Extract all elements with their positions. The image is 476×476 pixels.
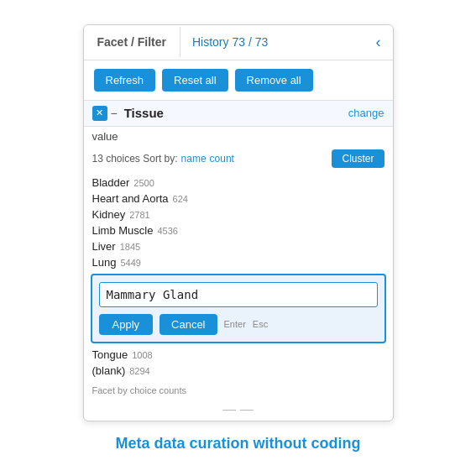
cancel-hint: Esc bbox=[253, 319, 268, 329]
choice-list-top: Bladder 2500 Heart and Aorta 624 Kidney … bbox=[84, 173, 393, 270]
choice-count: 1845 bbox=[120, 242, 140, 252]
choice-name: Bladder bbox=[92, 176, 130, 189]
sort-by-count-link[interactable]: count bbox=[210, 153, 234, 165]
choice-count: 1008 bbox=[132, 350, 152, 360]
choices-count-label: 13 choices Sort by: bbox=[92, 153, 178, 165]
facet-footer: Facet by choice counts bbox=[84, 382, 393, 402]
scroll-indicator: ― ― bbox=[84, 402, 393, 421]
choice-item-limb-muscle[interactable]: Limb Muscle 4536 bbox=[92, 222, 384, 238]
facet-title: Tissue bbox=[124, 106, 348, 120]
mammary-gland-input[interactable] bbox=[99, 282, 378, 307]
choice-count: 624 bbox=[173, 194, 188, 204]
choice-item-blank[interactable]: (blank) 8294 bbox=[92, 363, 384, 379]
sort-row: 13 choices Sort by: name count Cluster bbox=[84, 146, 393, 173]
apply-hint: Enter bbox=[224, 319, 246, 329]
facet-x-button[interactable]: ✕ bbox=[92, 106, 107, 121]
toolbar: Refresh Reset all Remove all bbox=[84, 60, 393, 100]
choice-list-bottom: Tongue 1008 (blank) 8294 bbox=[84, 347, 393, 382]
change-link[interactable]: change bbox=[348, 107, 384, 119]
choice-item-tongue[interactable]: Tongue 1008 bbox=[92, 347, 384, 363]
choice-name: Tongue bbox=[92, 348, 128, 361]
choice-name: Liver bbox=[92, 240, 116, 253]
choice-name: (blank) bbox=[92, 364, 126, 377]
choice-count: 8294 bbox=[129, 366, 149, 376]
reset-all-button[interactable]: Reset all bbox=[162, 69, 228, 92]
chevron-icon[interactable]: ‹ bbox=[376, 34, 381, 51]
choice-count: 5449 bbox=[120, 258, 140, 268]
facet-title-row: ✕ − Tissue change bbox=[84, 101, 393, 127]
remove-all-button[interactable]: Remove all bbox=[235, 69, 313, 92]
choice-item-bladder[interactable]: Bladder 2500 bbox=[92, 175, 384, 191]
apply-button[interactable]: Apply bbox=[99, 314, 154, 335]
cluster-button[interactable]: Cluster bbox=[332, 149, 384, 168]
choice-count: 2781 bbox=[129, 210, 149, 220]
edit-overlay: Apply Cancel Enter Esc bbox=[91, 274, 386, 343]
choice-name: Heart and Aorta bbox=[92, 192, 169, 205]
tab-history[interactable]: History 73 / 73 ‹ bbox=[180, 25, 393, 60]
choice-count: 4536 bbox=[157, 226, 177, 236]
facet-minus-icon[interactable]: − bbox=[111, 107, 118, 120]
choice-item-kidney[interactable]: Kidney 2781 bbox=[92, 207, 384, 222]
edit-actions: Apply Cancel Enter Esc bbox=[99, 314, 378, 335]
refresh-button[interactable]: Refresh bbox=[94, 69, 156, 92]
history-label: History 73 / 73 bbox=[192, 35, 268, 49]
sort-by-name-link[interactable]: name bbox=[181, 153, 207, 165]
choice-count: 2500 bbox=[133, 178, 154, 188]
choice-name: Lung bbox=[92, 256, 117, 269]
tab-facet[interactable]: Facet / Filter bbox=[84, 27, 180, 57]
choice-item-liver[interactable]: Liver 1845 bbox=[92, 238, 384, 254]
value-row: value bbox=[84, 127, 393, 146]
choice-name: Limb Muscle bbox=[92, 224, 154, 237]
choice-name: Kidney bbox=[92, 208, 126, 221]
choice-item-lung[interactable]: Lung 5449 bbox=[92, 254, 384, 270]
panel-header: Facet / Filter History 73 / 73 ‹ bbox=[84, 25, 393, 60]
main-container: Facet / Filter History 73 / 73 ‹ Refresh… bbox=[0, 24, 476, 452]
footer-text: Facet by choice counts bbox=[92, 385, 384, 395]
panel: Facet / Filter History 73 / 73 ‹ Refresh… bbox=[83, 24, 394, 421]
facet-section: ✕ − Tissue change value 13 choices Sort … bbox=[84, 100, 393, 421]
page-tagline: Meta data curation without coding bbox=[116, 435, 361, 452]
cancel-button[interactable]: Cancel bbox=[160, 314, 217, 335]
choice-item-heart[interactable]: Heart and Aorta 624 bbox=[92, 191, 384, 207]
